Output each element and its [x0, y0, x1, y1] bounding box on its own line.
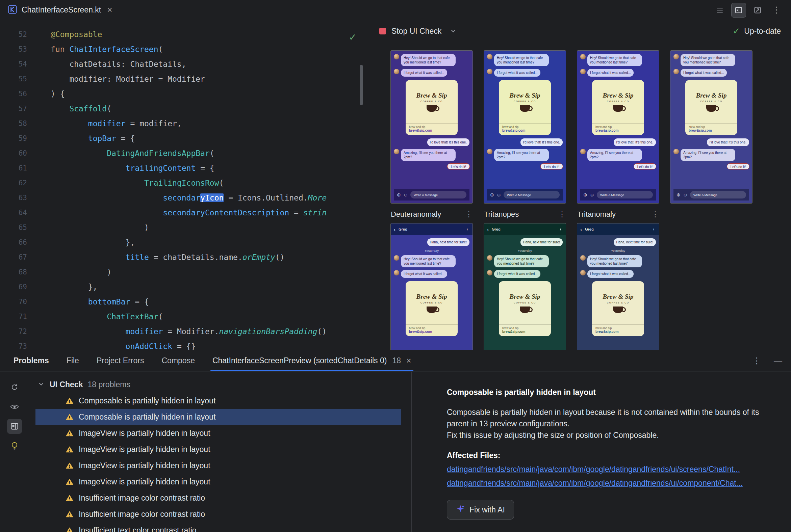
file-tab[interactable]: ChatInterfaceScreen.kt × [0, 0, 119, 20]
tab-file[interactable]: File [67, 350, 79, 371]
variant-options-icon[interactable]: ⋮ [558, 210, 566, 219]
preview-visibility-icon[interactable] [7, 399, 22, 414]
code-line[interactable]: 62 TrailingIconsRow( [0, 175, 369, 190]
code-line[interactable]: 70 bottomBar = { [0, 294, 369, 309]
code-line[interactable]: 73 onAddClick = {} [0, 339, 369, 350]
stop-ui-check-button[interactable]: Stop UI Check [376, 25, 445, 38]
variant-options-icon[interactable]: ⋮ [465, 210, 473, 219]
code-line[interactable]: 71 ChatTextBar( [0, 309, 369, 324]
message-input-field: Write A Message [410, 191, 466, 198]
problem-row[interactable]: Composable is partially hidden in layout [35, 409, 401, 425]
problem-row[interactable]: ImageView is partially hidden in layout [35, 425, 401, 441]
code-line[interactable]: 53fun ChatInterfaceScreen( [0, 42, 369, 57]
editor-scrollbar[interactable] [360, 65, 363, 105]
tab-problems[interactable]: Problems [14, 350, 49, 371]
problem-row[interactable]: Insufficient text color contrast ratio [35, 522, 401, 532]
code-line[interactable]: 65 ) [0, 220, 369, 235]
show-details-icon[interactable] [7, 419, 22, 434]
preview-phone[interactable]: ‹Greg⋮Haha, next time for sure!Yesterday… [577, 224, 659, 350]
cafe-card-meta: brew and sipbrew&sip.com [592, 324, 644, 336]
code-line[interactable]: 58 modifier = modifier, [0, 116, 369, 131]
cafe-url-text: brew&sip.com [502, 129, 548, 132]
tab-close-icon[interactable]: × [406, 356, 411, 366]
tab-chatinterfacescreenpreview-sortedchatdetails-0[interactable]: ChatInterfaceScreenPreview (sortedChatDe… [213, 350, 411, 371]
code-line[interactable]: 60 DatingAndFriendsAppBar( [0, 146, 369, 161]
code-line[interactable]: 63 secondaryIcon = Icons.Outlined.More [0, 190, 369, 205]
expand-chevron-icon[interactable] [38, 380, 44, 389]
line-number: 63 [0, 194, 27, 202]
code-line[interactable]: 68 ) [0, 265, 369, 280]
cafe-name-text: brew and sip [689, 125, 734, 129]
chat-header-bar: ‹Greg⋮ [391, 224, 473, 235]
chat-bubble: Hey! Should we go to that cafe you menti… [494, 54, 549, 66]
code-line[interactable]: 59 topBar = { [0, 131, 369, 146]
avatar [487, 54, 493, 59]
code-line[interactable]: 72 modifier = Modifier.navigationBarsPad… [0, 324, 369, 339]
tool-window-options-icon[interactable]: ⋮ [753, 356, 761, 366]
problem-row[interactable]: Insufficient image color contrast ratio [35, 506, 401, 522]
code-line[interactable]: 57 Scaffold( [0, 101, 369, 116]
affected-file-link[interactable]: datingandfriends/src/main/java/com/ibm/g… [447, 465, 777, 474]
chat-message-row: Haha, next time for sure! [487, 238, 563, 246]
tab-compose[interactable]: Compose [162, 350, 195, 371]
ui-check-group-row[interactable]: UI Check 18 problems [29, 376, 411, 393]
problem-row[interactable]: ImageView is partially hidden in layout [35, 441, 401, 457]
fix-with-ai-button[interactable]: Fix with AI [447, 500, 514, 519]
avatar [394, 54, 399, 59]
flagged-clipped-bubble: Let's do it! [634, 164, 656, 169]
affected-file-link[interactable]: datingandfriends/src/main/java/com/ibm/g… [447, 479, 777, 488]
code-line[interactable]: 69 }, [0, 280, 369, 294]
emoji-icon: ☺ [496, 192, 501, 197]
day-divider: Yesterday [487, 249, 563, 252]
chat-bubble: I forgot what it was called... [587, 69, 633, 77]
chat-bubble: Hey! Should we go to that cafe you menti… [401, 54, 456, 66]
preview-phone[interactable]: ‹Greg⋮Haha, next time for sure!Yesterday… [391, 224, 473, 350]
code-line[interactable]: 55 modifier: Modifier = Modifier [0, 72, 369, 87]
code-line[interactable]: 54 chatDetails: ChatDetails, [0, 57, 369, 72]
lightbulb-icon[interactable] [7, 438, 22, 453]
preview-grid[interactable]: Hey! Should we go to that cafe you menti… [369, 42, 791, 350]
preview-phone[interactable]: Hey! Should we go to that cafe you menti… [577, 51, 659, 203]
preview-phone[interactable]: Hey! Should we go to that cafe you menti… [391, 51, 473, 203]
chat-bubble: Hey! Should we go to that cafe you menti… [401, 255, 456, 267]
split-editor-preview-icon[interactable] [732, 3, 746, 17]
device-preview-icon[interactable] [751, 3, 765, 17]
preview-phone[interactable]: Hey! Should we go to that cafe you menti… [670, 51, 752, 203]
rerun-ui-check-icon[interactable] [7, 380, 22, 395]
code-line[interactable]: 66 }, [0, 235, 369, 250]
line-number: 56 [0, 90, 27, 98]
code-line[interactable]: 52@Composable [0, 27, 369, 42]
variant-options-icon[interactable]: ⋮ [651, 210, 659, 219]
problem-row[interactable]: ImageView is partially hidden in layout [35, 474, 401, 490]
preview-phone[interactable]: Hey! Should we go to that cafe you menti… [484, 51, 566, 203]
cafe-card-message: Brew & SipCOFFEE & CObrew and sipbrew&si… [406, 80, 458, 135]
cafe-tagline-text: COFFEE & CO [421, 301, 443, 304]
code-editor[interactable]: 52@Composable53fun ChatInterfaceScreen(5… [0, 20, 369, 350]
code-line[interactable]: 61 trailingContent = { [0, 161, 369, 175]
ai-sparkle-icon [456, 504, 465, 515]
cafe-url-text: brew&sip.com [689, 129, 734, 132]
chat-message-row: Let's do it! [487, 164, 563, 169]
minimize-icon[interactable]: — [774, 356, 782, 366]
code-line[interactable]: 56) { [0, 87, 369, 101]
chat-bubble: Hey! Should we go to that cafe you menti… [587, 54, 642, 66]
line-number: 53 [0, 45, 27, 53]
code-line[interactable]: 64 secondaryContentDescription = strin [0, 205, 369, 220]
line-number: 69 [0, 283, 27, 291]
line-number: 70 [0, 298, 27, 306]
avatar [580, 69, 586, 74]
more-options-icon[interactable]: ⋮ [769, 3, 784, 17]
problem-row[interactable]: Insufficient image color contrast ratio [35, 490, 401, 506]
chat-header-options-icon: ⋮ [651, 227, 656, 232]
chevron-down-icon[interactable] [450, 28, 456, 34]
cafe-name-text: brew and sip [595, 125, 641, 129]
tab-project-errors[interactable]: Project Errors [97, 350, 144, 371]
structure-list-icon[interactable] [713, 3, 727, 17]
code-line[interactable]: 67 title = chatDetails.name.orEmpty() [0, 250, 369, 265]
preview-phone[interactable]: ‹Greg⋮Haha, next time for sure!Yesterday… [484, 224, 566, 350]
preview-row-bottom: ‹Greg⋮Haha, next time for sure!Yesterday… [391, 224, 791, 350]
problem-row[interactable]: Composable is partially hidden in layout [35, 393, 401, 409]
chat-message-row: I'd love that! It's this one. [394, 138, 470, 146]
tab-close-icon[interactable]: × [107, 5, 112, 15]
problem-row[interactable]: ImageView is partially hidden in layout [35, 457, 401, 474]
